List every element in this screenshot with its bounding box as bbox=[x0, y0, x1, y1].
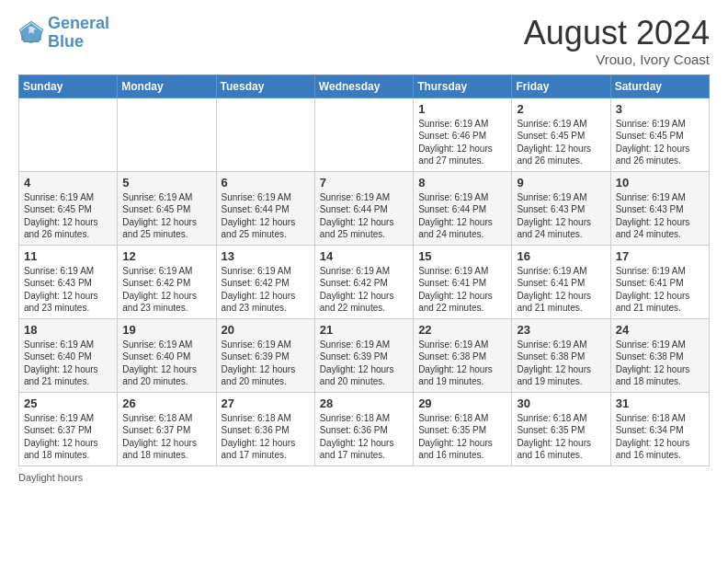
day-info: Sunrise: 6:18 AM Sunset: 6:37 PM Dayligh… bbox=[122, 412, 210, 462]
calendar: SundayMondayTuesdayWednesdayThursdayFrid… bbox=[18, 75, 710, 466]
calendar-day-cell: 11Sunrise: 6:19 AM Sunset: 6:43 PM Dayli… bbox=[19, 245, 118, 318]
day-info: Sunrise: 6:18 AM Sunset: 6:36 PM Dayligh… bbox=[320, 412, 408, 462]
calendar-day-cell: 3Sunrise: 6:19 AM Sunset: 6:45 PM Daylig… bbox=[610, 98, 709, 171]
calendar-day-cell: 17Sunrise: 6:19 AM Sunset: 6:41 PM Dayli… bbox=[610, 245, 709, 318]
location-subtitle: Vrouo, Ivory Coast bbox=[524, 52, 710, 67]
day-info: Sunrise: 6:19 AM Sunset: 6:45 PM Dayligh… bbox=[122, 191, 210, 241]
calendar-week-row: 18Sunrise: 6:19 AM Sunset: 6:40 PM Dayli… bbox=[19, 318, 710, 392]
calendar-day-cell bbox=[314, 98, 413, 171]
day-number: 10 bbox=[616, 176, 704, 190]
day-number: 3 bbox=[616, 102, 704, 116]
day-number: 24 bbox=[616, 323, 704, 337]
calendar-day-cell: 7Sunrise: 6:19 AM Sunset: 6:44 PM Daylig… bbox=[314, 171, 413, 245]
day-number: 27 bbox=[222, 396, 310, 410]
calendar-week-row: 11Sunrise: 6:19 AM Sunset: 6:43 PM Dayli… bbox=[19, 245, 710, 318]
day-number: 2 bbox=[517, 102, 605, 116]
day-info: Sunrise: 6:19 AM Sunset: 6:44 PM Dayligh… bbox=[222, 191, 310, 241]
day-number: 15 bbox=[418, 249, 506, 263]
calendar-day-cell: 25Sunrise: 6:19 AM Sunset: 6:37 PM Dayli… bbox=[19, 392, 118, 465]
day-number: 16 bbox=[517, 249, 605, 263]
day-number: 31 bbox=[616, 396, 704, 410]
calendar-header-row: SundayMondayTuesdayWednesdayThursdayFrid… bbox=[19, 75, 710, 98]
calendar-day-cell: 24Sunrise: 6:19 AM Sunset: 6:38 PM Dayli… bbox=[610, 318, 709, 392]
calendar-day-cell: 27Sunrise: 6:18 AM Sunset: 6:36 PM Dayli… bbox=[216, 392, 314, 465]
calendar-week-row: 4Sunrise: 6:19 AM Sunset: 6:45 PM Daylig… bbox=[19, 171, 710, 245]
day-number: 5 bbox=[122, 176, 210, 190]
day-info: Sunrise: 6:19 AM Sunset: 6:41 PM Dayligh… bbox=[418, 265, 506, 315]
day-info: Sunrise: 6:19 AM Sunset: 6:41 PM Dayligh… bbox=[517, 265, 605, 315]
day-info: Sunrise: 6:19 AM Sunset: 6:38 PM Dayligh… bbox=[418, 339, 506, 388]
day-info: Sunrise: 6:19 AM Sunset: 6:42 PM Dayligh… bbox=[122, 265, 210, 315]
day-number: 17 bbox=[616, 249, 704, 263]
day-info: Sunrise: 6:19 AM Sunset: 6:43 PM Dayligh… bbox=[616, 191, 704, 241]
calendar-day-cell: 6Sunrise: 6:19 AM Sunset: 6:44 PM Daylig… bbox=[216, 171, 314, 245]
day-info: Sunrise: 6:18 AM Sunset: 6:36 PM Dayligh… bbox=[222, 412, 310, 462]
day-number: 18 bbox=[24, 323, 112, 337]
month-title: August 2024 bbox=[524, 15, 710, 52]
day-info: Sunrise: 6:19 AM Sunset: 6:40 PM Dayligh… bbox=[24, 339, 112, 388]
logo-blue: Blue bbox=[48, 32, 84, 51]
logo-general: General bbox=[48, 14, 109, 32]
calendar-day-cell: 30Sunrise: 6:18 AM Sunset: 6:35 PM Dayli… bbox=[512, 392, 610, 465]
day-number: 22 bbox=[418, 323, 506, 337]
day-info: Sunrise: 6:19 AM Sunset: 6:45 PM Dayligh… bbox=[24, 191, 112, 241]
calendar-week-row: 25Sunrise: 6:19 AM Sunset: 6:37 PM Dayli… bbox=[19, 392, 710, 465]
logo-text: General Blue bbox=[48, 15, 109, 52]
logo-icon bbox=[18, 20, 44, 46]
day-number: 19 bbox=[122, 323, 210, 337]
calendar-day-cell: 31Sunrise: 6:18 AM Sunset: 6:34 PM Dayli… bbox=[610, 392, 709, 465]
day-info: Sunrise: 6:18 AM Sunset: 6:35 PM Dayligh… bbox=[418, 412, 506, 462]
calendar-day-cell: 10Sunrise: 6:19 AM Sunset: 6:43 PM Dayli… bbox=[610, 171, 709, 245]
calendar-day-cell: 23Sunrise: 6:19 AM Sunset: 6:38 PM Dayli… bbox=[512, 318, 610, 392]
calendar-day-cell: 8Sunrise: 6:19 AM Sunset: 6:44 PM Daylig… bbox=[414, 171, 512, 245]
calendar-day-cell bbox=[19, 98, 118, 171]
day-info: Sunrise: 6:19 AM Sunset: 6:46 PM Dayligh… bbox=[418, 118, 506, 167]
daylight-label: Daylight hours bbox=[18, 472, 83, 483]
calendar-day-cell: 19Sunrise: 6:19 AM Sunset: 6:40 PM Dayli… bbox=[118, 318, 216, 392]
calendar-day-cell: 21Sunrise: 6:19 AM Sunset: 6:39 PM Dayli… bbox=[314, 318, 413, 392]
calendar-weekday: Saturday bbox=[610, 75, 709, 98]
calendar-day-cell: 28Sunrise: 6:18 AM Sunset: 6:36 PM Dayli… bbox=[314, 392, 413, 465]
logo: General Blue bbox=[18, 15, 109, 52]
day-number: 4 bbox=[24, 176, 112, 190]
calendar-day-cell: 16Sunrise: 6:19 AM Sunset: 6:41 PM Dayli… bbox=[512, 245, 610, 318]
calendar-week-row: 1Sunrise: 6:19 AM Sunset: 6:46 PM Daylig… bbox=[19, 98, 710, 171]
day-info: Sunrise: 6:19 AM Sunset: 6:38 PM Dayligh… bbox=[616, 339, 704, 388]
calendar-day-cell: 2Sunrise: 6:19 AM Sunset: 6:45 PM Daylig… bbox=[512, 98, 610, 171]
day-number: 11 bbox=[24, 249, 112, 263]
calendar-day-cell: 20Sunrise: 6:19 AM Sunset: 6:39 PM Dayli… bbox=[216, 318, 314, 392]
day-info: Sunrise: 6:19 AM Sunset: 6:43 PM Dayligh… bbox=[517, 191, 605, 241]
day-info: Sunrise: 6:19 AM Sunset: 6:42 PM Dayligh… bbox=[320, 265, 408, 315]
day-number: 25 bbox=[24, 396, 112, 410]
calendar-weekday: Thursday bbox=[414, 75, 512, 98]
calendar-weekday: Wednesday bbox=[314, 75, 413, 98]
page: General Blue August 2024 Vrouo, Ivory Co… bbox=[0, 0, 728, 563]
calendar-day-cell: 22Sunrise: 6:19 AM Sunset: 6:38 PM Dayli… bbox=[414, 318, 512, 392]
footer-note: Daylight hours bbox=[18, 472, 710, 483]
day-number: 1 bbox=[418, 102, 506, 116]
calendar-day-cell bbox=[118, 98, 216, 171]
calendar-day-cell: 5Sunrise: 6:19 AM Sunset: 6:45 PM Daylig… bbox=[118, 171, 216, 245]
day-info: Sunrise: 6:19 AM Sunset: 6:37 PM Dayligh… bbox=[24, 412, 112, 462]
calendar-day-cell bbox=[216, 98, 314, 171]
title-block: August 2024 Vrouo, Ivory Coast bbox=[524, 15, 710, 67]
day-info: Sunrise: 6:19 AM Sunset: 6:40 PM Dayligh… bbox=[122, 339, 210, 388]
header: General Blue August 2024 Vrouo, Ivory Co… bbox=[18, 15, 710, 67]
calendar-day-cell: 14Sunrise: 6:19 AM Sunset: 6:42 PM Dayli… bbox=[314, 245, 413, 318]
day-info: Sunrise: 6:19 AM Sunset: 6:41 PM Dayligh… bbox=[616, 265, 704, 315]
calendar-day-cell: 29Sunrise: 6:18 AM Sunset: 6:35 PM Dayli… bbox=[414, 392, 512, 465]
calendar-day-cell: 15Sunrise: 6:19 AM Sunset: 6:41 PM Dayli… bbox=[414, 245, 512, 318]
day-info: Sunrise: 6:19 AM Sunset: 6:38 PM Dayligh… bbox=[517, 339, 605, 388]
calendar-day-cell: 12Sunrise: 6:19 AM Sunset: 6:42 PM Dayli… bbox=[118, 245, 216, 318]
day-number: 29 bbox=[418, 396, 506, 410]
calendar-weekday: Tuesday bbox=[216, 75, 314, 98]
day-info: Sunrise: 6:19 AM Sunset: 6:43 PM Dayligh… bbox=[24, 265, 112, 315]
day-info: Sunrise: 6:19 AM Sunset: 6:39 PM Dayligh… bbox=[320, 339, 408, 388]
day-number: 23 bbox=[517, 323, 605, 337]
calendar-day-cell: 9Sunrise: 6:19 AM Sunset: 6:43 PM Daylig… bbox=[512, 171, 610, 245]
day-number: 13 bbox=[222, 249, 310, 263]
day-number: 21 bbox=[320, 323, 408, 337]
calendar-day-cell: 26Sunrise: 6:18 AM Sunset: 6:37 PM Dayli… bbox=[118, 392, 216, 465]
day-info: Sunrise: 6:19 AM Sunset: 6:45 PM Dayligh… bbox=[616, 118, 704, 167]
calendar-day-cell: 4Sunrise: 6:19 AM Sunset: 6:45 PM Daylig… bbox=[19, 171, 118, 245]
